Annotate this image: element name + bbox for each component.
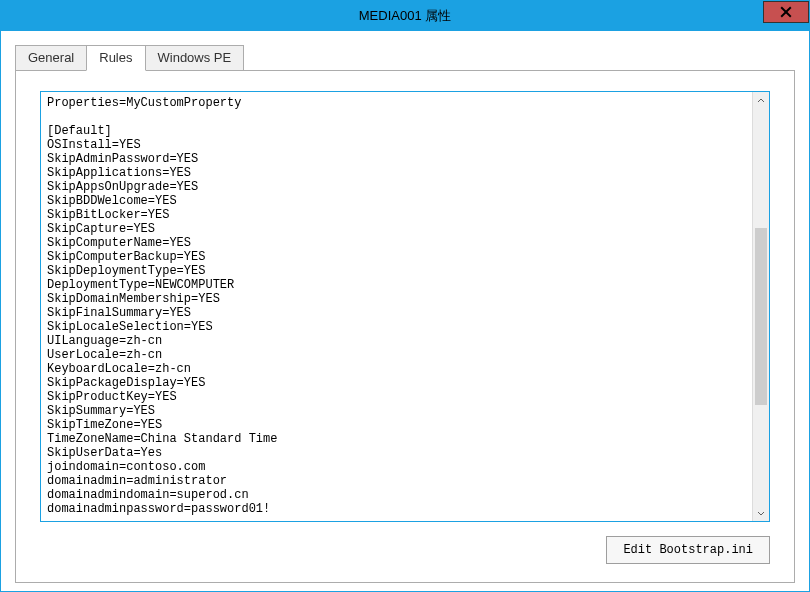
scroll-thumb[interactable]	[755, 228, 767, 406]
edit-bootstrap-button[interactable]: Edit Bootstrap.ini	[606, 536, 770, 564]
tab-rules[interactable]: Rules	[86, 45, 145, 71]
tab-strip: General Rules Windows PE	[15, 45, 795, 71]
titlebar: MEDIA001 属性	[1, 1, 809, 31]
scroll-track[interactable]	[753, 109, 769, 504]
button-row: Edit Bootstrap.ini	[40, 536, 770, 564]
tab-windows-pe[interactable]: Windows PE	[145, 45, 245, 71]
properties-window: MEDIA001 属性 General Rules Windows PE Pro…	[0, 0, 810, 592]
close-button[interactable]	[763, 1, 809, 23]
rules-textarea[interactable]: Properties=MyCustomProperty [Default] OS…	[41, 92, 752, 521]
rules-text-container: Properties=MyCustomProperty [Default] OS…	[40, 91, 770, 522]
close-icon	[780, 6, 792, 18]
chevron-up-icon	[757, 97, 765, 105]
tab-panel-rules: Properties=MyCustomProperty [Default] OS…	[15, 70, 795, 583]
window-title: MEDIA001 属性	[359, 7, 451, 25]
content-area: General Rules Windows PE Properties=MyCu…	[1, 31, 809, 591]
tab-general[interactable]: General	[15, 45, 87, 71]
vertical-scrollbar[interactable]	[752, 92, 769, 521]
chevron-down-icon	[757, 509, 765, 517]
scroll-down-button[interactable]	[753, 504, 769, 521]
scroll-up-button[interactable]	[753, 92, 769, 109]
